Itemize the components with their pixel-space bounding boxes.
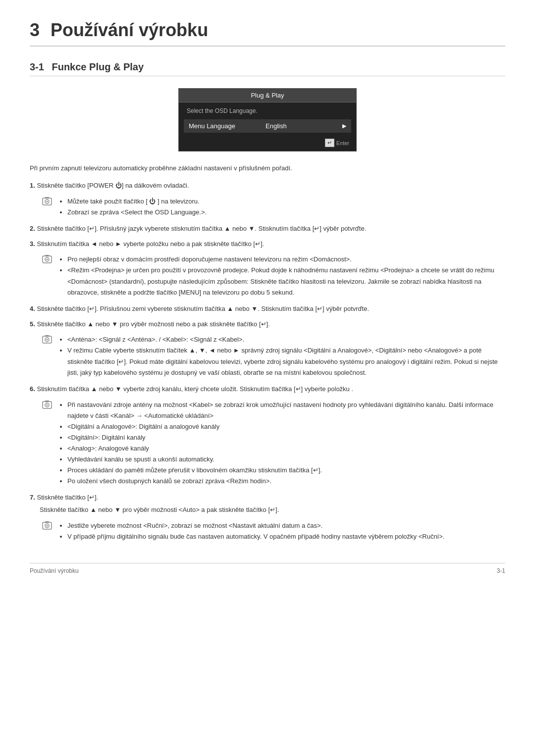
note-bullet-item: <Anténa>: <Signál z <Anténa>. / <Kabel>:… <box>67 334 505 345</box>
step-7-text: 7. Stiskněte tlačítko [↵]. <box>30 493 505 503</box>
intro-text: Při prvním zapnutí televizoru automatick… <box>30 163 505 174</box>
section-title-text: Funkce Plug & Play <box>52 61 144 72</box>
osd-menu-row: Menu Language English ▶ <box>184 119 351 133</box>
step-5-text: 5. Stiskněte tlačítko ▲ nebo ▼ pro výběr… <box>30 319 505 330</box>
svg-point-10 <box>47 339 48 341</box>
note-bullet-item: V případě příjmu digitálního signálu bud… <box>67 531 444 542</box>
step-4: 4. Stiskněte tlačítko [↵]. Příslušnou ze… <box>30 304 505 314</box>
step-7-note-0: Jestliže vyberete možnost <Ruční>, zobra… <box>42 519 505 543</box>
step-6-text: 6. Stisknutím tlačítka ▲ nebo ▼ vyberte … <box>30 384 505 395</box>
step-2: 2. Stiskněte tlačítko [↵]. Příslušný jaz… <box>30 224 505 234</box>
osd-title: Plug & Play <box>251 92 284 99</box>
step-3-note-0: Pro nejlepší obraz v domácím prostředí d… <box>42 253 505 299</box>
chapter-number: 3 <box>30 20 40 40</box>
section-title: 3-1 Funkce Plug & Play <box>30 61 505 76</box>
note-icon <box>42 254 53 265</box>
step-6-note-0: Při nastavování zdroje antény na možnost… <box>42 399 505 488</box>
osd-dialog: Plug & Play Select the OSD Language. Men… <box>178 88 357 151</box>
note-icon <box>42 334 53 345</box>
svg-rect-11 <box>45 335 49 337</box>
page-footer: Používání výrobku 3-1 <box>30 563 505 574</box>
enter-icon: ↵ <box>325 139 334 147</box>
step-1-text: 1. Stiskněte tlačítko [POWER ⏻] na dálko… <box>30 181 505 191</box>
footer-right: 3-1 <box>497 567 505 574</box>
step-2-text: 2. Stiskněte tlačítko [↵]. Příslušný jaz… <box>30 224 505 234</box>
steps-container: 1. Stiskněte tlačítko [POWER ⏻] na dálko… <box>30 181 505 543</box>
step-6: 6. Stisknutím tlačítka ▲ nebo ▼ vyberte … <box>30 384 505 488</box>
note-icon <box>42 520 53 531</box>
svg-rect-19 <box>45 521 49 523</box>
note-bullet-item: Proces ukládání do paměti můžete přeruši… <box>67 465 505 476</box>
svg-point-6 <box>47 259 48 260</box>
note-content-0: Můžete také použít tlačítko [ ⏻ ] na tel… <box>57 195 207 219</box>
svg-point-18 <box>47 525 48 526</box>
osd-footer: ↵ Enter <box>179 135 356 151</box>
step-7: 7. Stiskněte tlačítko [↵].Stiskněte tlač… <box>30 493 505 543</box>
note-content-0: Pro nejlepší obraz v domácím prostředí d… <box>57 253 505 299</box>
step-5-note-0: <Anténa>: <Signál z <Anténa>. / <Kabel>:… <box>42 333 505 379</box>
note-content-0: Jestliže vyberete možnost <Ruční>, zobra… <box>57 519 444 543</box>
step-3: 3. Stisknutím tlačítka ◄ nebo ► vyberte … <box>30 239 505 299</box>
step-7-subtext: Stiskněte tlačítko ▲ nebo ▼ pro výběr mo… <box>40 505 505 515</box>
note-icon <box>42 196 53 207</box>
note-bullet-item: Pro nejlepší obraz v domácím prostředí d… <box>67 254 505 265</box>
osd-label-text: Select the OSD Language. <box>187 107 258 114</box>
osd-row-value: English <box>266 122 342 130</box>
step-3-text: 3. Stisknutím tlačítka ◄ nebo ► vyberte … <box>30 239 505 250</box>
note-bullet-item: <Režim <Prodejna> je určen pro použití v… <box>67 265 505 298</box>
svg-point-2 <box>47 201 48 202</box>
note-bullet-item: Po uložení všech dostupných kanálů se zo… <box>67 476 505 487</box>
osd-row-key: Menu Language <box>189 122 266 130</box>
step-4-text: 4. Stiskněte tlačítko [↵]. Příslušnou ze… <box>30 304 505 314</box>
section-number: 3-1 <box>30 61 44 72</box>
note-bullet-item: <Analog>: Analogové kanály <box>67 443 505 454</box>
step-1-note-0: Můžete také použít tlačítko [ ⏻ ] na tel… <box>42 195 505 219</box>
note-bullet-item: Při nastavování zdroje antény na možnost… <box>67 400 505 421</box>
note-bullet-item: Můžete také použít tlačítko [ ⏻ ] na tel… <box>67 196 207 207</box>
note-bullet-item: V režimu Cable vyberte stisknutím tlačít… <box>67 345 505 378</box>
svg-rect-7 <box>45 255 49 256</box>
svg-rect-15 <box>45 401 49 402</box>
osd-label: Select the OSD Language. <box>179 102 356 117</box>
note-icon <box>42 400 53 410</box>
chapter-title-text: Používání výrobku <box>51 20 208 40</box>
osd-arrow-icon: ▶ <box>342 123 346 129</box>
note-bullet-item: Vyhledávání kanálu se spustí a ukonší au… <box>67 454 505 465</box>
footer-left: Používání výrobku <box>30 567 79 574</box>
chapter-title: 3 Používání výrobku <box>30 20 505 47</box>
osd-title-bar: Plug & Play <box>179 89 356 102</box>
note-content-0: Při nastavování zdroje antény na možnost… <box>57 399 505 488</box>
svg-rect-3 <box>45 197 49 199</box>
osd-footer-label: Enter <box>336 140 349 146</box>
svg-point-14 <box>47 404 48 405</box>
note-bullet-item: Zobrazí se zpráva <Select the OSD Langua… <box>67 207 207 218</box>
note-content-0: <Anténa>: <Signál z <Anténa>. / <Kabel>:… <box>57 333 505 379</box>
note-bullet-item: <Digitální a Analogové>: Digitální a ana… <box>67 421 505 432</box>
step-5: 5. Stiskněte tlačítko ▲ nebo ▼ pro výběr… <box>30 319 505 379</box>
note-bullet-item: Jestliže vyberete možnost <Ruční>, zobra… <box>67 520 444 531</box>
step-1: 1. Stiskněte tlačítko [POWER ⏻] na dálko… <box>30 181 505 219</box>
note-bullet-item: <Digitální>: Digitální kanály <box>67 432 505 443</box>
